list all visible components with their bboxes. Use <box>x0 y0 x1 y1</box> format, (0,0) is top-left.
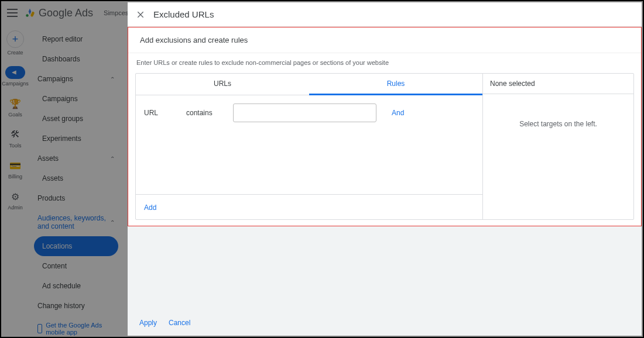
tab-rules[interactable]: Rules <box>309 74 482 95</box>
rule-and-button[interactable]: And <box>388 109 407 117</box>
rule-row: URL contains And <box>144 104 474 122</box>
tab-urls[interactable]: URLs <box>136 74 309 95</box>
exclusions-card: Add exclusions and create rules Enter UR… <box>128 27 642 226</box>
card-section-title: Add exclusions and create rules <box>128 27 641 53</box>
rule-value-input[interactable] <box>233 104 376 122</box>
cancel-button[interactable]: Cancel <box>169 319 190 327</box>
excluded-urls-panel: Excluded URLs Add exclusions and create … <box>128 2 642 336</box>
add-rule-button[interactable]: Add <box>144 204 156 212</box>
rule-operator-label[interactable]: contains <box>186 109 221 117</box>
panel-title: Excluded URLs <box>153 9 214 19</box>
close-icon[interactable] <box>136 10 145 19</box>
selection-count: None selected <box>483 74 633 94</box>
card-hint: Enter URLs or create rules to exclude no… <box>128 53 641 73</box>
selection-empty-prompt: Select targets on the left. <box>483 94 633 219</box>
rule-field-label[interactable]: URL <box>144 109 174 117</box>
apply-button[interactable]: Apply <box>139 319 157 327</box>
